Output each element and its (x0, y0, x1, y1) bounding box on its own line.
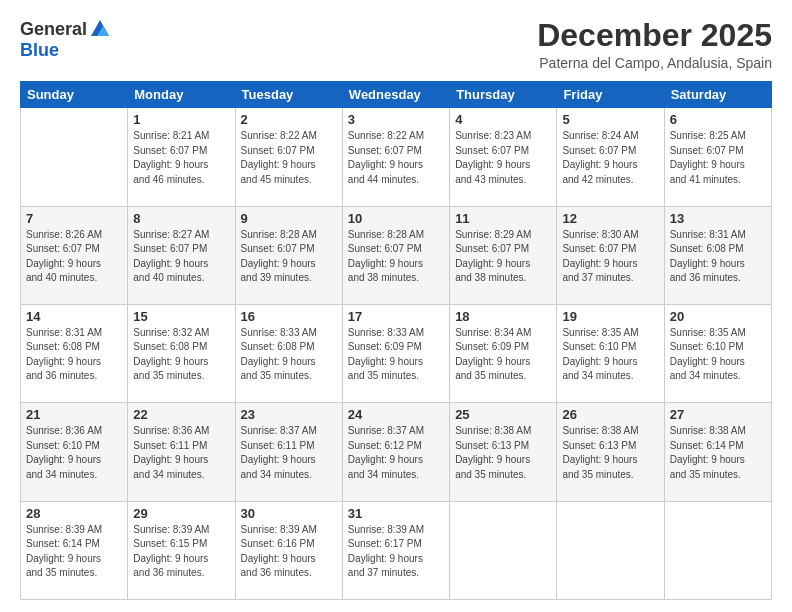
header-thursday: Thursday (450, 82, 557, 108)
day-detail: Sunrise: 8:32 AMSunset: 6:08 PMDaylight:… (133, 326, 229, 384)
day-number: 10 (348, 211, 444, 226)
day-detail: Sunrise: 8:22 AMSunset: 6:07 PMDaylight:… (241, 129, 337, 187)
day-detail: Sunrise: 8:26 AMSunset: 6:07 PMDaylight:… (26, 228, 122, 286)
day-number: 21 (26, 407, 122, 422)
day-number: 22 (133, 407, 229, 422)
calendar-page: General Blue December 2025 Paterna del C… (0, 0, 792, 612)
header: General Blue December 2025 Paterna del C… (20, 18, 772, 71)
day-detail: Sunrise: 8:37 AMSunset: 6:12 PMDaylight:… (348, 424, 444, 482)
day-number: 7 (26, 211, 122, 226)
day-detail: Sunrise: 8:37 AMSunset: 6:11 PMDaylight:… (241, 424, 337, 482)
day-detail: Sunrise: 8:38 AMSunset: 6:13 PMDaylight:… (562, 424, 658, 482)
day-detail: Sunrise: 8:38 AMSunset: 6:14 PMDaylight:… (670, 424, 766, 482)
day-detail: Sunrise: 8:35 AMSunset: 6:10 PMDaylight:… (670, 326, 766, 384)
day-detail: Sunrise: 8:39 AMSunset: 6:17 PMDaylight:… (348, 523, 444, 581)
day-detail: Sunrise: 8:21 AMSunset: 6:07 PMDaylight:… (133, 129, 229, 187)
calendar-table: Sunday Monday Tuesday Wednesday Thursday… (20, 81, 772, 600)
day-number: 23 (241, 407, 337, 422)
day-detail: Sunrise: 8:23 AMSunset: 6:07 PMDaylight:… (455, 129, 551, 187)
logo: General Blue (20, 18, 111, 61)
table-cell: 29Sunrise: 8:39 AMSunset: 6:15 PMDayligh… (128, 501, 235, 599)
day-number: 12 (562, 211, 658, 226)
day-detail: Sunrise: 8:29 AMSunset: 6:07 PMDaylight:… (455, 228, 551, 286)
day-detail: Sunrise: 8:22 AMSunset: 6:07 PMDaylight:… (348, 129, 444, 187)
day-detail: Sunrise: 8:35 AMSunset: 6:10 PMDaylight:… (562, 326, 658, 384)
day-number: 13 (670, 211, 766, 226)
table-cell: 20Sunrise: 8:35 AMSunset: 6:10 PMDayligh… (664, 304, 771, 402)
table-cell: 25Sunrise: 8:38 AMSunset: 6:13 PMDayligh… (450, 403, 557, 501)
day-detail: Sunrise: 8:31 AMSunset: 6:08 PMDaylight:… (26, 326, 122, 384)
header-saturday: Saturday (664, 82, 771, 108)
day-number: 11 (455, 211, 551, 226)
table-cell: 11Sunrise: 8:29 AMSunset: 6:07 PMDayligh… (450, 206, 557, 304)
day-number: 6 (670, 112, 766, 127)
table-cell: 18Sunrise: 8:34 AMSunset: 6:09 PMDayligh… (450, 304, 557, 402)
header-tuesday: Tuesday (235, 82, 342, 108)
day-number: 2 (241, 112, 337, 127)
title-section: December 2025 Paterna del Campo, Andalus… (537, 18, 772, 71)
day-number: 17 (348, 309, 444, 324)
header-monday: Monday (128, 82, 235, 108)
table-cell: 8Sunrise: 8:27 AMSunset: 6:07 PMDaylight… (128, 206, 235, 304)
day-number: 5 (562, 112, 658, 127)
day-detail: Sunrise: 8:28 AMSunset: 6:07 PMDaylight:… (241, 228, 337, 286)
table-cell: 4Sunrise: 8:23 AMSunset: 6:07 PMDaylight… (450, 108, 557, 206)
table-cell: 9Sunrise: 8:28 AMSunset: 6:07 PMDaylight… (235, 206, 342, 304)
table-cell: 19Sunrise: 8:35 AMSunset: 6:10 PMDayligh… (557, 304, 664, 402)
day-detail: Sunrise: 8:36 AMSunset: 6:11 PMDaylight:… (133, 424, 229, 482)
day-number: 18 (455, 309, 551, 324)
table-cell: 21Sunrise: 8:36 AMSunset: 6:10 PMDayligh… (21, 403, 128, 501)
table-cell: 23Sunrise: 8:37 AMSunset: 6:11 PMDayligh… (235, 403, 342, 501)
table-cell: 22Sunrise: 8:36 AMSunset: 6:11 PMDayligh… (128, 403, 235, 501)
table-cell (21, 108, 128, 206)
day-number: 30 (241, 506, 337, 521)
table-cell: 27Sunrise: 8:38 AMSunset: 6:14 PMDayligh… (664, 403, 771, 501)
day-detail: Sunrise: 8:39 AMSunset: 6:15 PMDaylight:… (133, 523, 229, 581)
table-cell: 24Sunrise: 8:37 AMSunset: 6:12 PMDayligh… (342, 403, 449, 501)
day-number: 3 (348, 112, 444, 127)
day-detail: Sunrise: 8:28 AMSunset: 6:07 PMDaylight:… (348, 228, 444, 286)
day-number: 26 (562, 407, 658, 422)
week-row-3: 14Sunrise: 8:31 AMSunset: 6:08 PMDayligh… (21, 304, 772, 402)
day-number: 20 (670, 309, 766, 324)
day-number: 16 (241, 309, 337, 324)
day-detail: Sunrise: 8:27 AMSunset: 6:07 PMDaylight:… (133, 228, 229, 286)
table-cell: 1Sunrise: 8:21 AMSunset: 6:07 PMDaylight… (128, 108, 235, 206)
day-number: 8 (133, 211, 229, 226)
day-detail: Sunrise: 8:25 AMSunset: 6:07 PMDaylight:… (670, 129, 766, 187)
day-detail: Sunrise: 8:30 AMSunset: 6:07 PMDaylight:… (562, 228, 658, 286)
logo-blue: Blue (20, 40, 59, 61)
day-detail: Sunrise: 8:36 AMSunset: 6:10 PMDaylight:… (26, 424, 122, 482)
header-friday: Friday (557, 82, 664, 108)
day-number: 19 (562, 309, 658, 324)
table-cell: 12Sunrise: 8:30 AMSunset: 6:07 PMDayligh… (557, 206, 664, 304)
day-detail: Sunrise: 8:34 AMSunset: 6:09 PMDaylight:… (455, 326, 551, 384)
table-cell: 7Sunrise: 8:26 AMSunset: 6:07 PMDaylight… (21, 206, 128, 304)
month-title: December 2025 (537, 18, 772, 53)
table-cell: 26Sunrise: 8:38 AMSunset: 6:13 PMDayligh… (557, 403, 664, 501)
day-number: 31 (348, 506, 444, 521)
table-cell: 17Sunrise: 8:33 AMSunset: 6:09 PMDayligh… (342, 304, 449, 402)
day-detail: Sunrise: 8:39 AMSunset: 6:14 PMDaylight:… (26, 523, 122, 581)
table-cell: 31Sunrise: 8:39 AMSunset: 6:17 PMDayligh… (342, 501, 449, 599)
day-number: 29 (133, 506, 229, 521)
table-cell (664, 501, 771, 599)
table-cell (557, 501, 664, 599)
header-sunday: Sunday (21, 82, 128, 108)
day-number: 28 (26, 506, 122, 521)
week-row-1: 1Sunrise: 8:21 AMSunset: 6:07 PMDaylight… (21, 108, 772, 206)
day-detail: Sunrise: 8:33 AMSunset: 6:08 PMDaylight:… (241, 326, 337, 384)
table-cell: 28Sunrise: 8:39 AMSunset: 6:14 PMDayligh… (21, 501, 128, 599)
table-cell: 13Sunrise: 8:31 AMSunset: 6:08 PMDayligh… (664, 206, 771, 304)
table-cell: 15Sunrise: 8:32 AMSunset: 6:08 PMDayligh… (128, 304, 235, 402)
day-number: 1 (133, 112, 229, 127)
day-number: 4 (455, 112, 551, 127)
weekday-header-row: Sunday Monday Tuesday Wednesday Thursday… (21, 82, 772, 108)
day-number: 25 (455, 407, 551, 422)
location: Paterna del Campo, Andalusia, Spain (537, 55, 772, 71)
table-cell: 6Sunrise: 8:25 AMSunset: 6:07 PMDaylight… (664, 108, 771, 206)
week-row-2: 7Sunrise: 8:26 AMSunset: 6:07 PMDaylight… (21, 206, 772, 304)
day-number: 15 (133, 309, 229, 324)
logo-icon (89, 18, 111, 40)
header-wednesday: Wednesday (342, 82, 449, 108)
